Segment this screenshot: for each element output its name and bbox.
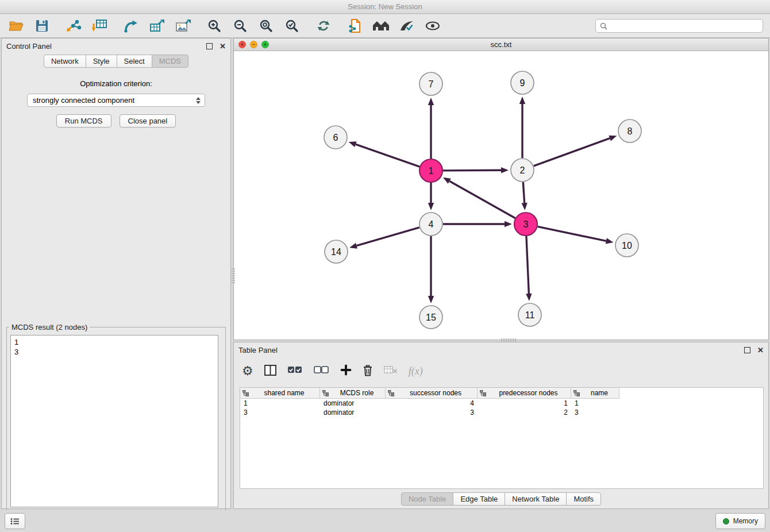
graph-node-label: 1: [429, 166, 434, 176]
network-window-titlebar: × − + scc.txt: [234, 38, 768, 51]
mcds-result-group: MCDS result (2 nodes) 13: [6, 323, 226, 512]
table-row[interactable]: 1dominator411: [240, 399, 763, 408]
table-tab-edge-table[interactable]: Edge Table: [453, 492, 505, 506]
table-row[interactable]: 3dominator323: [240, 408, 763, 417]
table-tab-motifs[interactable]: Motifs: [566, 492, 601, 506]
open-session-button[interactable]: [7, 17, 25, 35]
share-document-button[interactable]: [346, 17, 364, 35]
pane-splitter-handle[interactable]: [232, 268, 235, 284]
graph-edge[interactable]: [538, 226, 606, 241]
column-tree-icon: [322, 390, 329, 396]
column-layout-button[interactable]: [264, 365, 276, 378]
close-panel-icon[interactable]: ✕: [220, 43, 226, 50]
export-network-icon: [124, 19, 138, 33]
add-column-button[interactable]: [340, 364, 352, 378]
style-check-button[interactable]: [398, 17, 416, 35]
run-mcds-button[interactable]: Run MCDS: [56, 114, 111, 128]
graph-edge[interactable]: [357, 228, 419, 246]
graph-edge[interactable]: [449, 181, 515, 218]
column-header-label: name: [582, 389, 617, 397]
table-cell: 1: [571, 399, 619, 408]
close-panel-button[interactable]: Close panel: [120, 114, 176, 128]
table-cell: 4: [386, 399, 478, 408]
function-builder-button-disabled: f(x): [409, 365, 423, 377]
graph-node-label: 11: [525, 310, 535, 320]
graph-edge[interactable]: [356, 144, 419, 167]
task-history-button[interactable]: [5, 513, 25, 529]
list-icon: [10, 518, 20, 525]
criterion-dropdown[interactable]: strongly connected component: [27, 94, 205, 107]
trash-icon: [363, 364, 373, 376]
graph-node-label: 14: [331, 247, 341, 257]
table-settings-button[interactable]: ⚙: [242, 365, 253, 377]
export-table-button[interactable]: [148, 17, 166, 35]
float-panel-icon[interactable]: [744, 347, 750, 353]
graph-edge-arrow: [606, 238, 614, 244]
column-header-name[interactable]: name: [571, 388, 619, 399]
graph-edge-arrow: [443, 178, 451, 184]
deselect-all-button[interactable]: [314, 366, 329, 376]
maximize-window-button[interactable]: +: [261, 41, 269, 48]
table-cell: 3: [240, 408, 320, 417]
memory-button[interactable]: Memory: [715, 513, 765, 529]
application-window: Session: New Session: [0, 0, 770, 532]
control-tab-select[interactable]: Select: [117, 55, 152, 68]
graph-edge[interactable]: [443, 170, 501, 171]
column-header-shared-name[interactable]: shared name: [240, 388, 320, 399]
save-floppy-icon: [36, 20, 48, 32]
first-neighbors-button[interactable]: [372, 17, 390, 35]
refresh-layout-button[interactable]: [314, 17, 333, 35]
select-all-button[interactable]: [287, 366, 303, 376]
graph-edge[interactable]: [534, 138, 610, 166]
column-header-successor-nodes[interactable]: successor nodes: [386, 388, 478, 399]
table-panel-header: Table Panel ✕: [234, 342, 768, 357]
minimize-window-button[interactable]: −: [250, 41, 257, 48]
mcds-result-list[interactable]: 13: [10, 335, 218, 507]
import-table-icon: [91, 18, 107, 33]
search-input[interactable]: [610, 21, 759, 30]
zoom-fit-button[interactable]: [257, 17, 275, 35]
control-tab-style[interactable]: Style: [86, 55, 117, 68]
show-hide-button[interactable]: [424, 17, 442, 35]
table-tab-network-table[interactable]: Network Table: [505, 492, 567, 506]
close-window-button[interactable]: ×: [238, 41, 246, 48]
zoom-selected-icon: [285, 19, 299, 33]
window-title: Session: New Session: [348, 2, 422, 11]
column-header-MCDS-role[interactable]: MCDS role: [320, 388, 386, 399]
table-tab-node-table[interactable]: Node Table: [401, 492, 454, 506]
search-field[interactable]: [595, 19, 763, 33]
graph-edge-arrow: [505, 221, 512, 227]
graph-node-label: 3: [523, 219, 529, 229]
save-session-button[interactable]: [33, 17, 51, 35]
table-cell: 1: [478, 399, 571, 408]
column-header-label: predecessor nodes: [488, 389, 568, 397]
control-tab-network[interactable]: Network: [44, 55, 86, 68]
import-network-button[interactable]: [64, 17, 83, 35]
graph-edge-arrow: [501, 167, 509, 173]
delete-column-button[interactable]: [363, 364, 373, 379]
graph-edge[interactable]: [523, 182, 524, 203]
delete-table-icon: [384, 366, 398, 374]
graph-edge[interactable]: [526, 236, 529, 294]
network-canvas[interactable]: 1234678910111415: [234, 51, 768, 340]
status-bar: Memory: [0, 510, 770, 532]
control-panel-tabs: NetworkStyleSelectMCDS: [2, 55, 230, 68]
column-tree-icon: [573, 390, 580, 396]
deselect-all-icon: [314, 366, 329, 374]
close-panel-icon[interactable]: ✕: [757, 346, 764, 354]
control-tab-mcds[interactable]: MCDS: [152, 55, 188, 68]
dropdown-stepper-icon: [194, 97, 202, 104]
zoom-in-button[interactable]: [205, 17, 224, 35]
column-tree-icon: [388, 390, 394, 396]
column-header-predecessor-nodes[interactable]: predecessor nodes: [478, 388, 571, 399]
zoom-out-button[interactable]: [231, 17, 249, 35]
graph-edge-arrow: [349, 141, 357, 147]
float-panel-icon[interactable]: [206, 43, 213, 49]
zoom-selected-button[interactable]: [283, 17, 301, 35]
export-image-button[interactable]: [174, 17, 192, 35]
table-cell: dominator: [320, 408, 386, 417]
export-network-button[interactable]: [122, 17, 140, 35]
table-cell: 1: [240, 399, 320, 408]
import-table-button[interactable]: [90, 17, 109, 35]
table-panel: Table Panel ✕ ⚙: [233, 342, 769, 509]
